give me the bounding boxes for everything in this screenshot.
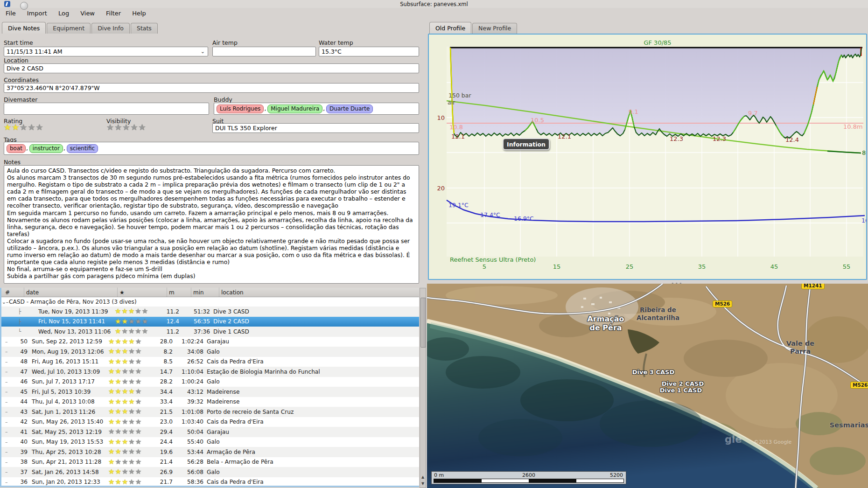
dive-row[interactable]: ├Tue, Nov 19, 2013 11:39★★★★★11.251:32Di… [1,307,419,317]
dive-date: Sun, Sep 22, 2013 12:59 [29,338,108,345]
dive-duration: 58:36 [173,479,203,485]
dive-row[interactable]: └Wed, Nov 13, 2013 11:06★★★★★11.237:36Di… [1,327,419,337]
dive-row[interactable]: –36Sun, Jan 20, 2013 12:33★★★★★21.758:36… [1,477,419,488]
tab-dive-notes[interactable]: Dive Notes [2,22,46,34]
visibility-stars[interactable]: ★★★★★ [106,123,147,132]
dive-site-map[interactable]: Armação de Pêra Ribeira de Alcantarilha … [427,284,868,488]
dive-row[interactable]: –41Sat, May 25, 2013 12:19★★★★★29.450:04… [1,427,419,437]
location-input[interactable]: Dive 2 CASD [4,63,419,73]
dive-depth: 23.0 [148,418,173,425]
dive-row[interactable]: –39Thu, Apr 25, 2013 10:28★★★★★19.653:44… [1,447,419,457]
chip[interactable]: boat [7,144,26,153]
dive-duration: 43:12 [173,389,203,395]
dive-row[interactable]: –42Sun, May 26, 2013 15:40★★★★★23.01:03:… [1,417,419,427]
dive-row[interactable]: –48Fri, Aug 16, 2013 15:11★★★★★8.526:52C… [1,357,419,367]
dive-site-label: Dive 1 CASD [644,387,718,394]
dive-row[interactable]: –40Sun, May 19, 2013 15:53★★★★★24.455:40… [1,437,419,447]
star-icon: ★ [121,308,127,315]
depth-sample-label: 12.3 [713,135,726,142]
dive-row[interactable]: –45Fri, Jul 5, 2013 10:39★★★★★34.443:12M… [1,387,419,397]
trip-label: CASD - Armação de Pêra, Nov 2013 (3 dive… [9,299,137,305]
menu-item-log[interactable]: Log [55,9,73,18]
dive-row[interactable]: –50Sun, Sep 22, 2013 12:59★★★★★28.01:02:… [1,337,419,347]
dive-duration: 39:32 [173,398,203,405]
tab-dive-info[interactable]: Dive Info [91,23,130,34]
col-rating[interactable]: ★ [117,288,167,297]
star-icon: ★ [135,428,141,435]
star-icon: ★ [135,328,141,335]
star-icon: ★ [135,448,141,455]
star-icon: ★ [115,338,121,345]
menu-item-view[interactable]: View [77,9,98,18]
dive-row[interactable]: –46Sun, Jul 7, 2013 17:17★★★★★28.21:00:2… [1,377,419,387]
start-time-combobox[interactable]: 11/15/13 11:41 AM ⌄ [4,47,208,56]
scroll-down-icon[interactable]: ▼ [420,481,426,487]
dive-number: 40 [14,439,29,445]
depth-sample-label: 9.1 [629,108,638,115]
coordinates-input[interactable]: 37°05'23.460"N 8°20'47.879"W [4,83,419,93]
tags-input[interactable]: boat,instructor,scientific [4,142,419,155]
dive-row[interactable]: –49Mon, Aug 19, 2013 12:06★★★★★8.234:08G… [1,347,419,357]
rating-stars[interactable]: ★★★★★ [4,123,44,132]
notes-textarea[interactable]: Aula do curso CASD. Transectos c/video e… [4,165,419,284]
dive-location: Galo [203,378,419,385]
menu-item-filter[interactable]: Filter [102,9,125,18]
information-tooltip[interactable]: Information [503,138,550,150]
col-depth[interactable]: m [167,288,191,297]
left-tabbar: Dive NotesEquipmentDive InfoStats [2,22,159,34]
dive-depth: 28.0 [148,338,173,345]
suit-input[interactable]: DUI TLS 350 Explorer [212,123,419,133]
dive-row[interactable]: –47Wed, Jul 10, 2013 13:09★★★★★14.71:10:… [1,367,419,377]
dive-row[interactable]: –37Sat, Jan 26, 2013 14:58★★★★★26.956:08… [1,467,419,477]
trip-row[interactable]: ⌄– CASD - Armação de Pêra, Nov 2013 (3 d… [1,297,419,307]
tab-new-profile[interactable]: New Profile [472,23,517,34]
air-temp-input[interactable] [212,47,316,56]
dive-depth: 24.4 [148,439,173,445]
dive-list-scrollbar[interactable]: ▲ ▼ [420,288,426,488]
tab-old-profile[interactable]: Old Profile [429,22,471,34]
dive-duration: 26:52 [173,358,203,365]
chip[interactable]: Miguel Madureira [267,105,322,113]
dive-rating: ★★★★★ [108,338,148,345]
tab-equipment[interactable]: Equipment [47,23,91,34]
chip[interactable]: Duarte Duarte [326,105,373,113]
menu-item-file[interactable]: File [2,9,20,18]
menu-item-help[interactable]: Help [128,9,150,18]
chip[interactable]: instructor [29,144,63,153]
star-icon: ★ [135,439,141,446]
star-icon: ★ [108,479,114,486]
dive-location: Dive 1 CASD [210,328,419,335]
col-location[interactable]: location [219,288,419,297]
tab-stats[interactable]: Stats [131,23,158,34]
tree-glyph: └ [1,328,21,335]
divemaster-input[interactable] [4,103,209,115]
menu-item-import[interactable]: Import [23,9,51,18]
water-temp-input[interactable]: 15.3°C [319,47,419,56]
scrollbar-thumb[interactable] [420,298,426,348]
dive-date: Fri, Jul 5, 2013 10:39 [29,389,108,395]
col-date[interactable]: date [24,288,117,297]
scroll-up-icon[interactable]: ▲ [420,474,426,480]
copyright-watermark: ©2013 Google [754,439,791,445]
chip[interactable]: scientific [67,144,98,153]
dive-row[interactable]: ├Fri, Nov 15, 2013 11:41★★★★★12.456:35Di… [1,317,419,327]
buddy-input[interactable]: Luís Rodrigues,Miguel Madureira,Duarte D… [214,103,419,115]
dive-rating: ★★★★★ [108,428,148,435]
tree-glyph: – [1,369,14,375]
tree-glyph: – [1,439,14,445]
dive-row[interactable]: –44Thu, Jul 4, 2013 10:08★★★★★33.439:32M… [1,397,419,407]
dive-location: Porto de recreio de Santa Cruz [203,409,419,415]
chip[interactable]: Luís Rodrigues [217,105,264,113]
depth-tick-10: 10 [437,114,445,121]
dive-row[interactable]: –38Sun, Apr 21, 2013 11:28★★★★★21.456:28… [1,457,419,467]
star-icon: ★ [128,428,134,435]
dive-row[interactable]: –43Sat, Jun 1, 2013 11:26★★★★★21.51:01:0… [1,407,419,417]
air-temp-label: Air temp [212,39,238,46]
col-number[interactable]: # [1,288,24,297]
dive-duration: 1:00:24 [173,378,203,385]
dive-number: 38 [14,459,29,465]
star-icon: ★ [122,448,128,455]
collapse-arrow-icon[interactable]: ⌄– [1,299,9,305]
dive-number: 44 [14,398,29,405]
col-duration[interactable]: min [191,288,219,297]
